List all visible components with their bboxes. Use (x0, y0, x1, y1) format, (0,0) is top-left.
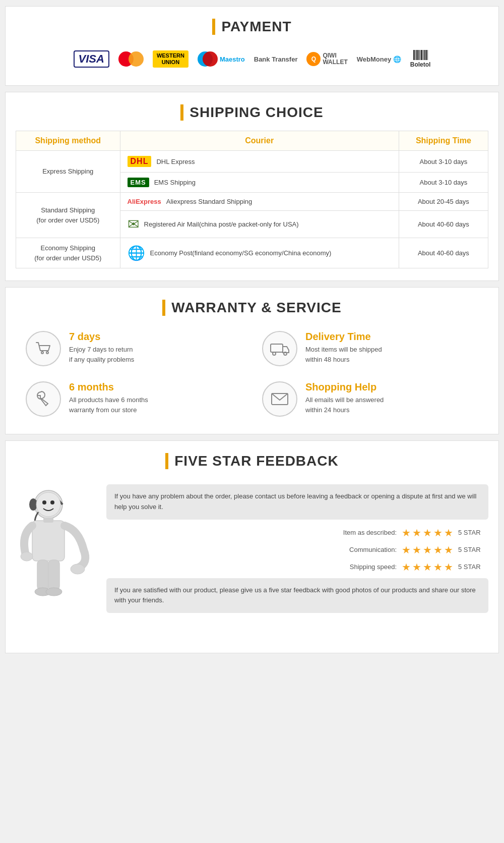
stars-shipping: ★ ★ ★ ★ ★ (402, 561, 453, 573)
feedback-right-content: If you have any problem about the order,… (106, 484, 488, 613)
shipping-table-header-row: Shipping method Courier Shipping Time (16, 131, 488, 151)
svg-point-3 (273, 352, 276, 355)
svg-rect-13 (43, 518, 53, 523)
post-logo: ✉ (128, 216, 139, 233)
ali-time: About 20-45 days (399, 193, 488, 211)
dhl-logo: DHL (128, 156, 152, 167)
star-2: ★ (412, 561, 421, 573)
star-3: ★ (423, 527, 432, 539)
ems-courier-cell: EMS EMS Shipping (120, 173, 399, 193)
post-name: Registered Air Mail(china post/e packet-… (144, 220, 299, 228)
warranty-item-7days: 7 days Enjoy 7 days to returnif any qual… (26, 331, 242, 366)
post-time: About 40-60 days (399, 211, 488, 238)
col-courier: Courier (120, 131, 399, 151)
economy-name: Economy Post(finland economy/SG economy/… (150, 249, 332, 257)
payment-title-text: PAYMENT (221, 19, 291, 35)
star-1: ★ (402, 527, 411, 539)
rating-label-shipping: Shipping speed: (331, 563, 397, 571)
dhl-courier-cell: DHL DHL Express (120, 151, 399, 173)
dhl-time: About 3-10 days (399, 151, 488, 173)
warranty-grid: 7 days Enjoy 7 days to returnif any qual… (16, 326, 488, 422)
star-2: ★ (412, 544, 421, 556)
ems-time: About 3-10 days (399, 173, 488, 193)
un-logo: 🌐 (128, 245, 145, 261)
warranty-delivery-highlight: Delivery Time (305, 331, 382, 343)
warranty-section: WARRANTY & SERVICE 7 days Enjoy 7 days t… (5, 287, 499, 434)
shipping-title: SHIPPING CHOICE (16, 104, 488, 121)
post-courier: ✉ Registered Air Mail(china post/e packe… (128, 216, 392, 233)
table-row: Standard Shipping(for order over USD5) A… (16, 193, 488, 211)
rating-row-described: Item as described: ★ ★ ★ ★ ★ 5 STAR (111, 527, 483, 539)
ems-logo: EMS (128, 178, 149, 187)
ems-courier: EMS EMS Shipping (128, 178, 392, 187)
star-5: ★ (444, 561, 453, 573)
star-2: ★ (412, 527, 421, 539)
warranty-help-content: Shopping Help All emails will be answere… (305, 381, 384, 415)
title-bar-icon (212, 19, 215, 35)
title-bar-icon (162, 300, 165, 316)
svg-rect-17 (48, 560, 59, 590)
warranty-item-6months: 6 months All products have 6 monthswarra… (26, 381, 242, 417)
boletol-logo: Boletol (410, 50, 431, 68)
truck-icon (262, 331, 297, 366)
feedback-intro-box: If you have any problem about the order,… (106, 484, 488, 520)
warranty-delivery-content: Delivery Time Most items will be shipped… (305, 331, 382, 364)
star-4: ★ (433, 561, 443, 573)
star-1: ★ (402, 544, 411, 556)
table-row: Economy Shipping(for order under USD5) 🌐… (16, 238, 488, 268)
aliexpress-logo: AliExpress (128, 198, 161, 205)
warranty-7days-content: 7 days Enjoy 7 days to returnif any qual… (69, 331, 134, 364)
boletol-text: Boletol (410, 61, 431, 68)
warranty-title: WARRANTY & SERVICE (16, 300, 488, 316)
warranty-6months-highlight: 6 months (69, 381, 148, 393)
payment-section: PAYMENT VISA WESTERNUNION Maestro Bank T… (5, 6, 499, 86)
cart-icon (26, 331, 61, 366)
rating-count-described: 5 STAR (458, 529, 483, 536)
western-union-logo: WESTERNUNION (153, 50, 188, 68)
economy-shipping-method: Economy Shipping(for order under USD5) (16, 238, 120, 268)
rating-label-communication: Communication: (331, 546, 397, 553)
robot-svg (18, 484, 94, 636)
qiwi-text: QIWIWALLET (323, 52, 347, 66)
economy-time: About 40-60 days (399, 238, 488, 268)
svg-point-0 (41, 352, 43, 354)
payment-logos-container: VISA WESTERNUNION Maestro Bank Transfer … (16, 45, 488, 73)
envelope-icon (262, 381, 297, 417)
express-shipping-method: Express Shipping (16, 151, 120, 193)
warranty-help-desc: All emails will be answeredwithin 24 hou… (305, 395, 384, 415)
maestro-text: Maestro (220, 55, 245, 63)
post-courier-cell: ✉ Registered Air Mail(china post/e packe… (120, 211, 399, 238)
rating-label-described: Item as described: (331, 529, 397, 536)
star-1: ★ (402, 561, 411, 573)
svg-point-9 (36, 492, 60, 517)
star-5: ★ (444, 544, 453, 556)
rating-count-shipping: 5 STAR (458, 563, 483, 571)
svg-rect-12 (32, 521, 65, 561)
shipping-table: Shipping method Courier Shipping Time Ex… (16, 131, 488, 268)
feedback-intro-text: If you have any problem about the order,… (114, 492, 476, 511)
stars-communication: ★ ★ ★ ★ ★ (402, 544, 453, 556)
warranty-title-text: WARRANTY & SERVICE (171, 300, 341, 316)
stars-described: ★ ★ ★ ★ ★ (402, 527, 453, 539)
warranty-6months-desc: All products have 6 monthswarranty from … (69, 395, 148, 415)
table-row: Express Shipping DHL DHL Express About 3… (16, 151, 488, 173)
title-bar-icon (165, 453, 168, 469)
ali-name: Aliexpress Standard Shipping (166, 198, 253, 205)
warranty-7days-highlight: 7 days (69, 331, 134, 343)
payment-title: PAYMENT (16, 19, 488, 35)
warranty-6months-content: 6 months All products have 6 monthswarra… (69, 381, 148, 415)
col-shipping-time: Shipping Time (399, 131, 488, 151)
wrench-icon (26, 381, 61, 417)
warranty-7days-desc: Enjoy 7 days to returnif any quality pro… (69, 345, 134, 364)
maestro-red-circle (203, 51, 218, 67)
shipping-title-text: SHIPPING CHOICE (190, 104, 323, 121)
visa-logo: VISA (74, 50, 109, 68)
standard-shipping-method: Standard Shipping(for order over USD5) (16, 193, 120, 238)
svg-rect-2 (271, 344, 283, 352)
economy-courier: 🌐 Economy Post(finland economy/SG econom… (128, 245, 392, 261)
star-ratings: Item as described: ★ ★ ★ ★ ★ 5 STAR Comm… (106, 527, 488, 573)
rating-row-shipping: Shipping speed: ★ ★ ★ ★ ★ 5 STAR (111, 561, 483, 573)
feedback-title: FIVE STAR FEEDBACK (16, 453, 488, 469)
star-5: ★ (444, 527, 453, 539)
col-shipping-method: Shipping method (16, 131, 120, 151)
